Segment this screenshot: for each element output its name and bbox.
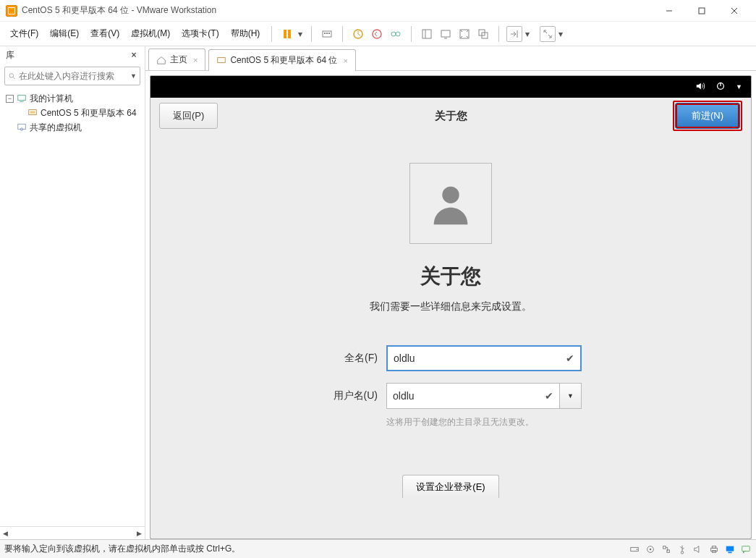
svg-rect-1: [699, 8, 705, 14]
view-unity-icon[interactable]: [475, 26, 491, 42]
chevron-down-icon[interactable]: ▾: [298, 29, 305, 39]
close-button[interactable]: [718, 1, 750, 21]
window-titlebar: CentOS 5 和更早版本 64 位 - VMware Workstation: [0, 0, 756, 22]
svg-rect-45: [726, 546, 734, 551]
tab-label: CentOS 5 和更早版本 64 位: [230, 54, 337, 67]
volume-icon[interactable]: [695, 81, 705, 93]
tab-close-button[interactable]: ×: [193, 56, 198, 64]
fullname-input[interactable]: oldlu ✔: [386, 345, 582, 371]
svg-rect-30: [218, 57, 226, 62]
svg-line-23: [13, 77, 15, 79]
disk-icon[interactable]: [629, 544, 640, 554]
forward-button[interactable]: 前进(N): [675, 103, 740, 129]
maximize-button[interactable]: [685, 1, 718, 21]
svg-rect-7: [324, 33, 326, 34]
username-value: oldlu: [393, 390, 415, 402]
tab-close-button[interactable]: ×: [343, 56, 347, 65]
username-dropdown[interactable]: ▼: [560, 383, 582, 409]
menu-edit[interactable]: 编辑(E): [44, 25, 85, 43]
home-icon: [156, 55, 166, 65]
user-icon: [425, 178, 476, 229]
tree-collapse-icon[interactable]: −: [6, 95, 14, 103]
pause-icon[interactable]: [279, 26, 295, 42]
tree-item-shared[interactable]: 共享的虚拟机: [3, 120, 142, 135]
chevron-down-icon[interactable]: ▼: [130, 72, 137, 80]
tree-item-centos[interactable]: CentOS 5 和更早版本 64: [3, 106, 142, 120]
separator: [271, 26, 272, 42]
search-icon: [8, 71, 16, 81]
quick-switch-icon[interactable]: [506, 26, 522, 42]
tab-centos[interactable]: CentOS 5 和更早版本 64 位 ×: [208, 49, 355, 71]
printer-icon[interactable]: [708, 544, 720, 554]
chevron-down-icon[interactable]: ▼: [736, 83, 742, 90]
svg-point-13: [396, 32, 400, 36]
about-subtitle: 我们需要一些详细信息来完成设置。: [370, 300, 532, 313]
forward-highlight: 前进(N): [673, 101, 742, 131]
search-input[interactable]: ▼: [4, 67, 140, 85]
svg-rect-16: [441, 30, 450, 37]
chevron-left-icon[interactable]: ◀: [3, 530, 8, 537]
power-icon[interactable]: [715, 81, 726, 93]
tab-label: 主页: [170, 54, 187, 66]
svg-rect-4: [284, 30, 286, 38]
view-fullscreen-icon[interactable]: [456, 26, 472, 42]
send-ctrl-alt-del-icon[interactable]: [319, 26, 335, 42]
sidebar-scroll-controls: ◀ ▶: [0, 526, 145, 539]
sidebar-close-button[interactable]: ×: [129, 50, 139, 60]
shared-icon: [17, 122, 27, 132]
vm-display[interactable]: ▼ 返回(P) 关于您 前进(N) 关于您 我们需要一些详细信息来完成设置。: [150, 75, 752, 539]
menu-file[interactable]: 文件(F): [4, 25, 44, 43]
cd-icon[interactable]: [645, 544, 656, 554]
fullname-label: 全名(F): [320, 352, 378, 365]
menu-tabs[interactable]: 选项卡(T): [176, 25, 224, 43]
view-single-icon[interactable]: [419, 26, 435, 42]
svg-point-33: [442, 187, 459, 203]
svg-rect-8: [326, 33, 328, 34]
chevron-right-icon[interactable]: ▶: [137, 530, 142, 537]
tree-item-my-computer[interactable]: − 我的计算机: [3, 91, 142, 106]
avatar-placeholder[interactable]: [409, 163, 492, 244]
svg-rect-24: [18, 96, 26, 101]
minimize-button[interactable]: [653, 1, 685, 21]
status-icons: [629, 544, 752, 554]
tab-home[interactable]: 主页 ×: [148, 48, 205, 70]
tab-bar: 主页 × CentOS 5 和更早版本 64 位 ×: [145, 46, 756, 71]
snapshot-revert-icon[interactable]: [369, 26, 385, 42]
fullname-value: oldlu: [394, 352, 415, 364]
svg-point-11: [373, 30, 381, 38]
menu-help[interactable]: 帮助(H): [225, 25, 266, 43]
message-icon[interactable]: [740, 544, 752, 554]
statusbar: 要将输入定向到该虚拟机，请在虚拟机内部单击或按 Ctrl+G。: [0, 539, 756, 558]
back-button[interactable]: 返回(P): [159, 103, 218, 129]
svg-rect-14: [422, 30, 431, 38]
snapshot-take-icon[interactable]: [350, 26, 366, 42]
username-input[interactable]: oldlu ✔: [386, 383, 560, 409]
svg-point-37: [650, 548, 652, 550]
about-title: 关于您: [420, 263, 481, 290]
svg-rect-38: [663, 546, 666, 549]
username-label: 用户名(U): [320, 389, 378, 402]
chevron-down-icon[interactable]: ▾: [558, 29, 566, 39]
sidebar-title: 库: [6, 49, 14, 62]
vm-system-tray: ▼: [150, 76, 751, 98]
network-icon[interactable]: [661, 544, 672, 554]
computer-icon: [17, 93, 27, 103]
content-area: 主页 × CentOS 5 和更早版本 64 位 × ▼ 返回(P) 关于您: [145, 46, 756, 539]
chevron-down-icon[interactable]: ▾: [525, 29, 532, 39]
check-icon: ✔: [566, 352, 574, 364]
tree-label: 我的计算机: [30, 93, 73, 105]
usb-icon[interactable]: [676, 544, 688, 554]
search-field[interactable]: [19, 71, 127, 81]
snapshot-manager-icon[interactable]: [388, 26, 404, 42]
enterprise-login-button[interactable]: 设置企业登录(E): [402, 475, 498, 498]
menu-view[interactable]: 查看(V): [85, 25, 125, 43]
menu-vm[interactable]: 虚拟机(M): [125, 25, 176, 43]
display-icon[interactable]: [724, 544, 736, 554]
view-console-icon[interactable]: [438, 26, 454, 42]
stretch-icon[interactable]: [540, 26, 556, 42]
sound-icon[interactable]: [692, 544, 704, 554]
separator: [342, 26, 343, 42]
vm-setup-screen: 返回(P) 关于您 前进(N) 关于您 我们需要一些详细信息来完成设置。 全名(…: [150, 98, 751, 538]
svg-rect-9: [328, 33, 330, 34]
svg-rect-27: [30, 111, 35, 114]
